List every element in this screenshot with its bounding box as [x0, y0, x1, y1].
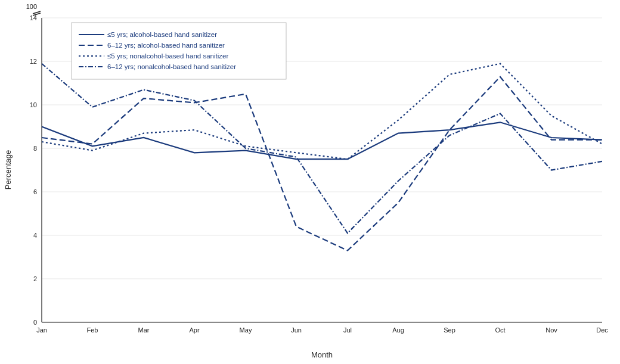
- x-ticks: Jan Feb Mar Apr May Jun Jul Aug Sep Oct …: [36, 326, 608, 334]
- svg-text:Dec: Dec: [596, 326, 608, 334]
- chart-svg: Percentage Month 0 2 4 6 8 10 12 14 100: [0, 0, 620, 364]
- x-axis-label: Month: [311, 350, 333, 359]
- svg-text:Jan: Jan: [36, 326, 47, 334]
- y-tick-4: 4: [33, 232, 37, 239]
- series-le5-alcohol: [42, 122, 602, 159]
- svg-text:Sep: Sep: [444, 326, 455, 334]
- y-tick-2: 2: [33, 275, 37, 282]
- series-6to12-alcohol: [42, 77, 602, 251]
- svg-text:Jun: Jun: [291, 326, 302, 334]
- legend-label-4: 6–12 yrs; nonalcohol-based hand sanitize…: [107, 63, 236, 70]
- y-tick-10: 10: [30, 101, 37, 108]
- svg-text:Jul: Jul: [343, 326, 352, 334]
- y-tick-0: 0: [33, 319, 37, 326]
- chart-container: Percentage Month 0 2 4 6 8 10 12 14 100: [0, 0, 620, 364]
- svg-text:Apr: Apr: [189, 326, 199, 334]
- y-tick-12: 12: [30, 58, 37, 65]
- y-tick-100: 100: [26, 3, 37, 10]
- svg-text:Feb: Feb: [87, 326, 98, 334]
- y-tick-8: 8: [33, 145, 37, 152]
- svg-text:Nov: Nov: [545, 326, 557, 334]
- svg-text:Mar: Mar: [138, 326, 150, 334]
- legend-label-2: 6–12 yrs; alcohol-based hand sanitizer: [107, 42, 225, 49]
- y-axis-label: Percentage: [4, 150, 13, 190]
- y-tick-6: 6: [33, 188, 37, 195]
- legend-label-3: ≤5 yrs; nonalcohol-based hand sanitizer: [107, 52, 228, 60]
- svg-text:May: May: [240, 326, 252, 334]
- svg-text:Oct: Oct: [495, 326, 505, 334]
- svg-text:Aug: Aug: [392, 326, 404, 334]
- legend-label-1: ≤5 yrs; alcohol-based hand sanitizer: [107, 31, 217, 38]
